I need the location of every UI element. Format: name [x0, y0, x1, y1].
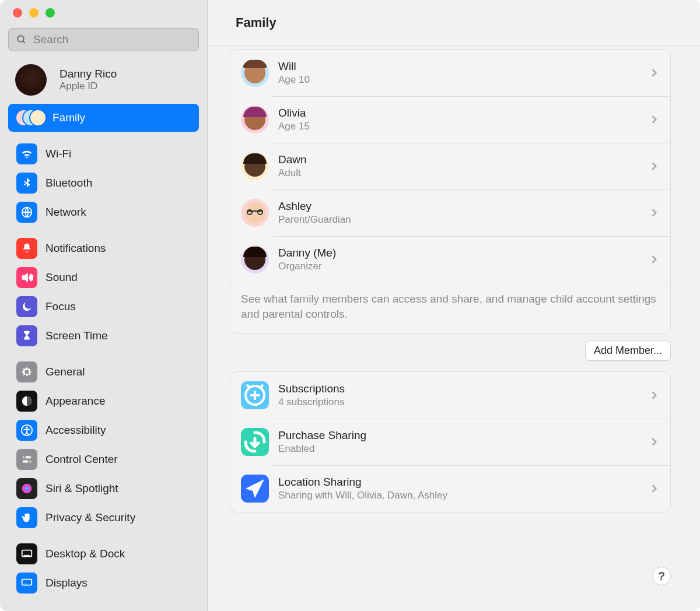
sidebar-item-notifications[interactable]: Notifications: [8, 234, 199, 262]
close-button[interactable]: [13, 8, 22, 17]
sidebar-item-general[interactable]: General: [8, 358, 199, 386]
member-avatar: [241, 106, 269, 134]
sidebar-item-bluetooth[interactable]: Bluetooth: [8, 169, 199, 197]
search-field-wrap: [8, 28, 199, 51]
user-name: Danny Rico: [60, 68, 117, 81]
sidebar-item-label: General: [46, 366, 85, 378]
user-avatar: [15, 64, 47, 96]
member-role: Adult: [278, 167, 648, 179]
chevron-right-icon: [648, 67, 660, 79]
accessibility-icon: [16, 420, 37, 441]
sidebar-item-label: Control Center: [46, 453, 118, 466]
member-role: Age 10: [278, 74, 648, 86]
titlebar: Family: [208, 0, 700, 45]
feature-detail: Sharing with Will, Olivia, Dawn, Ashley: [278, 490, 648, 501]
member-name: Danny (Me): [278, 247, 648, 259]
feature-name: Purchase Sharing: [278, 429, 648, 442]
member-name: Ashley: [278, 200, 648, 213]
member-role: Organizer: [278, 261, 648, 272]
family-features-card: Subscriptions 4 subscriptions Purchase S…: [230, 371, 671, 512]
member-name: Olivia: [278, 107, 648, 120]
bluetooth-icon: [16, 173, 37, 194]
sidebar-item-label: Bluetooth: [46, 177, 92, 189]
sidebar-item-label: Family: [52, 111, 85, 124]
sidebar-item-label: Appearance: [46, 395, 105, 408]
sidebar-item-desktop-dock[interactable]: Desktop & Dock: [8, 540, 199, 568]
family-members-card: Will Age 10 Olivia Age 15 Dawn Adult Ash…: [230, 49, 671, 333]
member-row-will[interactable]: Will Age 10: [230, 50, 670, 96]
feature-detail: Enabled: [278, 443, 648, 455]
sidebar-item-label: Accessibility: [46, 424, 106, 437]
dock-icon: [16, 543, 37, 564]
sidebar-item-screen-time[interactable]: Screen Time: [8, 322, 199, 350]
sidebar-nav: Family Wi-Fi Bluetooth Network Notificat…: [0, 104, 207, 611]
sidebar-item-sound[interactable]: Sound: [8, 264, 199, 292]
switches-icon: [16, 449, 37, 470]
feature-detail: 4 subscriptions: [278, 396, 648, 408]
member-role: Age 15: [278, 121, 648, 132]
family-footer-text: See what family members can access and s…: [230, 283, 670, 333]
feature-row-location-sharing[interactable]: Location Sharing Sharing with Will, Oliv…: [230, 465, 670, 512]
minimize-button[interactable]: [29, 8, 38, 17]
member-row-olivia[interactable]: Olivia Age 15: [230, 96, 670, 143]
speaker-icon: [16, 267, 37, 288]
member-avatar: [241, 152, 269, 180]
subscriptions-icon: [241, 381, 269, 409]
member-name: Will: [278, 60, 648, 73]
globe-icon: [16, 202, 37, 223]
member-avatar: [241, 199, 269, 227]
chevron-right-icon: [648, 483, 660, 494]
display-icon: [16, 573, 37, 594]
svg-point-9: [28, 461, 30, 463]
sidebar-item-appearance[interactable]: Appearance: [8, 387, 199, 415]
window-controls: [0, 8, 207, 17]
sidebar-item-label: Notifications: [46, 242, 106, 255]
add-member-button[interactable]: Add Member...: [585, 340, 671, 361]
sidebar: Danny Rico Apple ID Family Wi-Fi Bluetoo…: [0, 0, 208, 611]
appearance-icon: [16, 391, 37, 412]
family-stack-icon: [16, 107, 44, 128]
sidebar-item-label: Screen Time: [46, 329, 108, 342]
feature-row-subscriptions[interactable]: Subscriptions 4 subscriptions: [230, 372, 670, 419]
member-row-ashley[interactable]: Ashley Parent/Guardian: [230, 189, 670, 236]
search-input[interactable]: [8, 28, 199, 51]
chevron-right-icon: [648, 114, 660, 125]
sidebar-item-label: Siri & Spotlight: [46, 482, 118, 495]
sidebar-item-control-center[interactable]: Control Center: [8, 445, 199, 473]
svg-point-8: [24, 457, 26, 459]
apple-id-row[interactable]: Danny Rico Apple ID: [0, 59, 207, 104]
member-row-dawn[interactable]: Dawn Adult: [230, 143, 670, 189]
wifi-icon: [16, 143, 37, 164]
siri-icon: [16, 478, 37, 499]
feature-row-purchase-sharing[interactable]: Purchase Sharing Enabled: [230, 419, 670, 465]
member-avatar: [241, 245, 269, 273]
bell-icon: [16, 238, 37, 259]
maximize-button[interactable]: [46, 8, 55, 17]
sidebar-item-focus[interactable]: Focus: [8, 293, 199, 321]
member-role: Parent/Guardian: [278, 214, 648, 226]
sidebar-item-network[interactable]: Network: [8, 198, 199, 226]
purchase-icon: [241, 428, 269, 456]
location-icon: [241, 475, 269, 503]
sidebar-item-privacy-security[interactable]: Privacy & Security: [8, 504, 199, 532]
moon-icon: [16, 296, 37, 317]
sidebar-item-wi-fi[interactable]: Wi-Fi: [8, 140, 199, 168]
sidebar-item-siri-spotlight[interactable]: Siri & Spotlight: [8, 475, 199, 503]
content-scroll[interactable]: Will Age 10 Olivia Age 15 Dawn Adult Ash…: [208, 45, 700, 611]
sidebar-item-displays[interactable]: Displays: [8, 569, 199, 597]
hand-icon: [16, 507, 37, 528]
search-icon: [16, 34, 27, 45]
member-row-danny-me-[interactable]: Danny (Me) Organizer: [230, 236, 670, 283]
page-title: Family: [236, 15, 276, 30]
sidebar-item-family[interactable]: Family: [8, 104, 199, 132]
sidebar-item-accessibility[interactable]: Accessibility: [8, 416, 199, 444]
help-button[interactable]: ?: [652, 567, 671, 585]
sidebar-item-label: Displays: [46, 577, 88, 589]
chevron-right-icon: [648, 436, 660, 448]
sidebar-item-label: Wi-Fi: [46, 148, 71, 160]
svg-rect-14: [24, 584, 27, 585]
svg-rect-12: [24, 555, 30, 556]
svg-point-10: [22, 484, 32, 494]
chevron-right-icon: [648, 254, 660, 265]
member-avatar: [241, 59, 269, 87]
